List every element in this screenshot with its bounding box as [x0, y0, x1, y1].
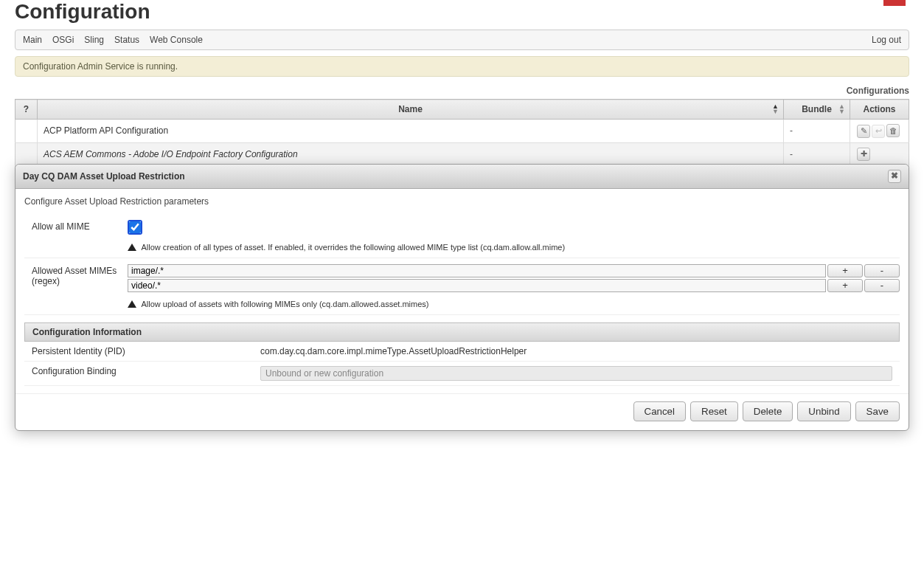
configurations-label: Configurations	[15, 86, 909, 96]
allow-all-mime-hint-text: Allow creation of all types of asset. If…	[141, 243, 565, 252]
warning-icon	[128, 300, 136, 308]
column-header-name-label: Name	[398, 104, 423, 114]
row-actions-cell: ✎↩🗑	[850, 120, 909, 143]
row-name-cell[interactable]: ACP Platform API Configuration	[38, 120, 784, 143]
row-bundle-cell: -	[784, 120, 850, 143]
column-header-bundle[interactable]: Bundle ▲▼	[784, 100, 850, 120]
status-message: Configuration Admin Service is running.	[15, 56, 909, 77]
allowed-mimes-label: Allowed Asset MIMEs (regex)	[24, 264, 128, 308]
mime-regex-row: +-	[128, 264, 900, 277]
menu-item-main[interactable]: Main	[23, 35, 42, 45]
menu-bar: MainOSGiSlingStatusWeb Console Log out	[15, 30, 909, 50]
menu-item-sling[interactable]: Sling	[84, 35, 104, 45]
page-title: Configuration	[15, 0, 909, 24]
add-mime-button[interactable]: +	[827, 279, 863, 292]
row-help-cell	[15, 142, 38, 165]
allowed-mimes-hint-text: Allow upload of assets with following MI…	[141, 300, 428, 308]
table-row[interactable]: ACS AEM Commons - Adobe I/O Endpoint Fac…	[15, 142, 909, 165]
pid-label: Persistent Identity (PID)	[32, 346, 260, 356]
warning-icon	[128, 244, 136, 251]
allow-all-mime-label: Allow all MIME	[24, 220, 128, 252]
edit-icon[interactable]: ✎	[857, 125, 870, 138]
binding-value: Unbound or new configuration	[260, 366, 892, 381]
copy-icon: ↩	[872, 125, 885, 138]
row-actions-cell: ✚	[850, 142, 909, 165]
menu-item-web-console[interactable]: Web Console	[150, 35, 203, 45]
mime-regex-input[interactable]	[128, 279, 826, 292]
sort-icon: ▲▼	[772, 104, 779, 114]
dialog-description: Configure Asset Upload Restriction param…	[24, 196, 900, 207]
pid-value: com.day.cq.dam.core.impl.mimeType.AssetU…	[260, 346, 892, 356]
logout-link[interactable]: Log out	[872, 35, 901, 45]
mime-regex-input[interactable]	[128, 264, 826, 277]
column-header-bundle-label: Bundle	[802, 104, 832, 114]
delete-icon[interactable]: 🗑	[886, 124, 900, 137]
dialog-title: Day CQ DAM Asset Upload Restriction	[23, 171, 185, 182]
add-icon[interactable]: ✚	[857, 148, 870, 161]
save-button[interactable]: Save	[855, 401, 900, 420]
close-icon[interactable]: ✖	[888, 170, 901, 183]
allow-all-mime-checkbox[interactable]	[129, 221, 141, 233]
remove-mime-button[interactable]: -	[864, 279, 900, 292]
config-dialog: Day CQ DAM Asset Upload Restriction ✖ Co…	[15, 164, 909, 420]
cancel-button[interactable]: Cancel	[633, 401, 687, 420]
binding-label: Configuration Binding	[32, 366, 260, 381]
config-info-header: Configuration Information	[24, 322, 900, 342]
allow-all-mime-hint: Allow creation of all types of asset. If…	[128, 243, 900, 252]
delete-button[interactable]: Delete	[743, 401, 793, 420]
remove-mime-button[interactable]: -	[864, 264, 900, 277]
add-mime-button[interactable]: +	[827, 264, 863, 277]
dialog-header: Day CQ DAM Asset Upload Restriction ✖	[15, 165, 909, 189]
column-header-name[interactable]: Name ▲▼	[38, 100, 784, 120]
row-bundle-cell: -	[784, 142, 850, 165]
column-header-help[interactable]: ?	[15, 100, 38, 120]
reset-button[interactable]: Reset	[690, 401, 738, 420]
menu-item-status[interactable]: Status	[114, 35, 139, 45]
mime-regex-row: +-	[128, 279, 900, 292]
sort-icon: ▲▼	[838, 104, 845, 114]
column-header-actions: Actions	[850, 100, 909, 120]
row-help-cell	[15, 120, 38, 143]
row-name-cell[interactable]: ACS AEM Commons - Adobe I/O Endpoint Fac…	[38, 142, 784, 165]
allowed-mimes-hint: Allow upload of assets with following MI…	[128, 300, 900, 308]
table-row[interactable]: ACP Platform API Configuration-✎↩🗑	[15, 120, 909, 143]
unbind-button[interactable]: Unbind	[797, 401, 850, 420]
menu-item-osgi[interactable]: OSGi	[52, 35, 74, 45]
app-brand-accent	[883, 0, 906, 6]
